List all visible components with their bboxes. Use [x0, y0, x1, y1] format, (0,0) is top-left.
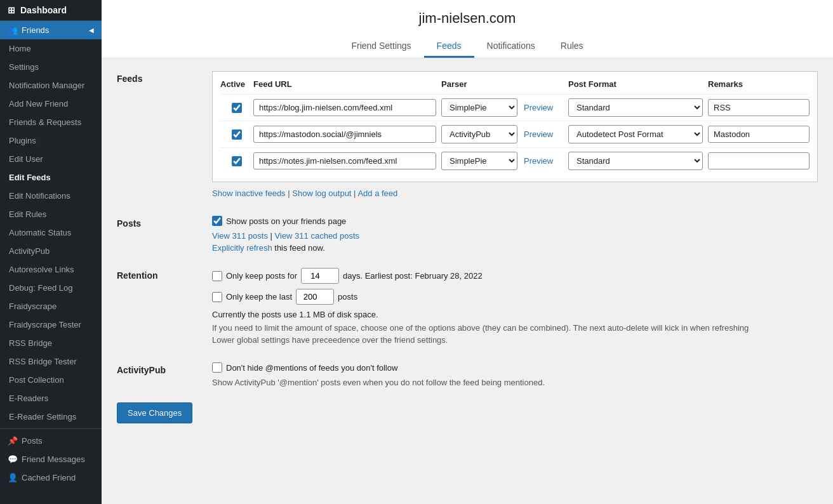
sidebar-item-e-reader-settings[interactable]: E-Reader Settings — [0, 408, 102, 426]
sidebar-item-automatic-status-label: Automatic Status — [9, 228, 71, 237]
feed-2-url-input[interactable] — [253, 126, 436, 143]
sidebar-item-friends-requests-label: Friends & Requests — [9, 117, 81, 127]
sidebar-item-edit-feeds[interactable]: Edit Feeds — [0, 168, 102, 187]
sidebar-item-settings[interactable]: Settings — [0, 58, 102, 76]
retention-body: Only keep posts for days. Earliest post:… — [212, 268, 818, 347]
sidebar-item-e-reader-settings-label: E-Reader Settings — [9, 412, 76, 421]
sidebar-item-edit-feeds-label: Edit Feeds — [9, 173, 51, 182]
sidebar-item-fraidyscrape[interactable]: Fraidyscrape — [0, 297, 102, 315]
sidebar-divider — [0, 428, 102, 429]
sidebar: ⊞ Dashboard 👥 Friends ◀ Home Settings No… — [0, 0, 102, 504]
feed-3-preview-link[interactable]: Preview — [524, 156, 553, 166]
sidebar-item-activitypub-label: ActivityPub — [9, 246, 50, 256]
show-log-output-link[interactable]: Show log output — [292, 189, 351, 198]
feed-2-preview-link[interactable]: Preview — [524, 129, 553, 139]
sidebar-item-post-collection[interactable]: Post Collection — [0, 371, 102, 389]
sidebar-item-home[interactable]: Home — [0, 39, 102, 58]
keep-last-checkbox[interactable] — [212, 292, 222, 302]
feeds-label: Feeds — [117, 71, 199, 84]
sidebar-item-friends-requests[interactable]: Friends & Requests — [0, 113, 102, 131]
feed-1-format-select[interactable]: Standard Autodetect Post Format — [568, 98, 703, 117]
feed-3-url-input[interactable] — [253, 152, 436, 169]
activitypub-description: Show ActivityPub '@mention' posts even w… — [212, 378, 818, 387]
tab-bar: Friend Settings Feeds Notifications Rule… — [114, 36, 820, 58]
retention-label: Retention — [117, 268, 199, 281]
sidebar-item-automatic-status[interactable]: Automatic Status — [0, 223, 102, 242]
sidebar-item-edit-notifications[interactable]: Edit Notifications — [0, 187, 102, 205]
sidebar-item-friends[interactable]: 👥 Friends ◀ — [0, 21, 102, 39]
save-changes-button[interactable]: Save Changes — [117, 402, 192, 423]
keep-posts-checkbox[interactable] — [212, 271, 222, 281]
sidebar-item-rss-bridge-tester[interactable]: RSS Bridge Tester — [0, 352, 102, 371]
activitypub-label: ActivityPub — [117, 362, 199, 375]
feed-1-active-checkbox[interactable] — [232, 103, 242, 113]
sidebar-item-edit-user-label: Edit User — [9, 154, 43, 164]
feed-3-remarks-input[interactable] — [708, 152, 810, 169]
view-posts-link[interactable]: View 311 posts — [212, 231, 268, 241]
refresh-suffix: this feed now. — [274, 243, 325, 253]
view-cached-posts-link[interactable]: View 311 cached posts — [275, 231, 359, 241]
feed-2-format-select[interactable]: Standard Autodetect Post Format — [568, 125, 703, 143]
sidebar-item-e-readers-label: E-Readers — [9, 394, 48, 403]
feed-1-url-cell — [253, 99, 441, 116]
col-header-feed-url: Feed URL — [253, 79, 441, 89]
col-header-parser: Parser — [441, 79, 568, 89]
retention-global-note: Lower global settings have preceedence o… — [212, 335, 818, 345]
sidebar-item-activitypub[interactable]: ActivityPub — [0, 242, 102, 260]
show-posts-text: Show posts on your friends page — [226, 216, 346, 226]
posts-links: View 311 posts | View 311 cached posts — [212, 231, 818, 241]
feed-1-url-input[interactable] — [253, 99, 436, 116]
retention-limit-note: If you need to limit the amount of space… — [212, 323, 818, 333]
refresh-row: Explicitly refresh this feed now. — [212, 243, 818, 253]
dont-hide-mentions-checkbox[interactable] — [212, 362, 222, 373]
sidebar-item-friend-messages[interactable]: 💬 Friend Messages — [0, 450, 102, 468]
feed-3-parser-select[interactable]: SimplePie ActivityPub — [441, 152, 517, 170]
feed-2-remarks-cell — [708, 126, 810, 143]
add-feed-link[interactable]: Add a feed — [357, 189, 397, 198]
posts-label: Posts — [117, 216, 199, 229]
sidebar-logo[interactable]: ⊞ Dashboard — [0, 0, 102, 21]
sidebar-item-autoresolve-links[interactable]: Autoresolve Links — [0, 260, 102, 279]
sidebar-item-cached-friend-label: Cached Friend — [22, 473, 76, 482]
tab-notifications[interactable]: Notifications — [474, 36, 548, 58]
feed-1-parser-cell: SimplePie ActivityPub Preview — [441, 98, 568, 117]
feed-3-format-select[interactable]: Standard Autodetect Post Format — [568, 152, 703, 170]
sidebar-item-edit-rules[interactable]: Edit Rules — [0, 205, 102, 223]
cached-friend-icon: 👤 — [8, 473, 18, 482]
keep-posts-days-suffix: days. Earliest post: February 28, 2022 — [343, 271, 483, 281]
explicitly-refresh-link[interactable]: Explicitly refresh — [212, 243, 272, 253]
tab-feeds[interactable]: Feeds — [424, 36, 474, 58]
feed-1-parser-select[interactable]: SimplePie ActivityPub — [441, 98, 517, 117]
sidebar-item-notification-manager[interactable]: Notification Manager — [0, 76, 102, 95]
sidebar-item-debug-feed-log[interactable]: Debug: Feed Log — [0, 279, 102, 297]
keep-posts-days-input[interactable] — [301, 268, 339, 284]
chevron-right-icon: ◀ — [89, 27, 94, 34]
sidebar-item-add-new-friend[interactable]: Add New Friend — [0, 95, 102, 113]
feed-1-format-cell: Standard Autodetect Post Format — [568, 98, 708, 117]
keep-last-count-input[interactable] — [296, 289, 334, 305]
feeds-table-container: Active Feed URL Parser Post Format Remar… — [212, 71, 818, 182]
feed-1-preview-link[interactable]: Preview — [524, 103, 553, 112]
keep-posts-label: Only keep posts for — [226, 271, 297, 281]
sidebar-item-rss-bridge[interactable]: RSS Bridge — [0, 334, 102, 352]
posts-row: Posts Show posts on your friends page Vi… — [102, 206, 833, 258]
sidebar-item-plugins[interactable]: Plugins — [0, 131, 102, 150]
sidebar-item-e-readers[interactable]: E-Readers — [0, 389, 102, 408]
feed-3-active-checkbox[interactable] — [232, 156, 242, 166]
posts-show-row: Show posts on your friends page — [212, 216, 818, 226]
feed-2-active-checkbox[interactable] — [232, 129, 242, 140]
feed-3-active-cell — [220, 156, 253, 166]
tab-friend-settings[interactable]: Friend Settings — [338, 36, 423, 58]
sidebar-item-settings-label: Settings — [9, 62, 39, 72]
sidebar-item-edit-user[interactable]: Edit User — [0, 150, 102, 168]
show-posts-checkbox[interactable] — [212, 216, 222, 226]
tab-rules[interactable]: Rules — [548, 36, 596, 58]
activitypub-dont-hide-row: Don't hide @mentions of feeds you don't … — [212, 362, 818, 373]
sidebar-item-posts[interactable]: 📌 Posts — [0, 432, 102, 450]
feed-2-parser-select[interactable]: SimplePie ActivityPub — [441, 125, 517, 143]
show-inactive-feeds-link[interactable]: Show inactive feeds — [212, 189, 286, 198]
feed-1-remarks-input[interactable] — [708, 99, 810, 116]
sidebar-item-cached-friend[interactable]: 👤 Cached Friend — [0, 468, 102, 487]
feed-2-remarks-input[interactable] — [708, 126, 810, 143]
sidebar-item-fraidyscrape-tester[interactable]: Fraidyscrape Tester — [0, 315, 102, 334]
